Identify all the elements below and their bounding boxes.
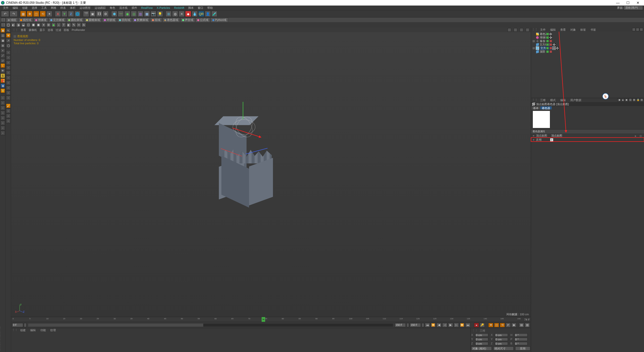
key-pla-button[interactable]: ◉ — [511, 323, 516, 327]
vp-menu-prorender[interactable]: ProRender — [72, 28, 85, 31]
vp-menu-view[interactable]: 查看 — [21, 28, 26, 32]
prev-frame-button[interactable]: ◀ — [436, 323, 441, 327]
vp-nav-icon-3[interactable] — [520, 28, 523, 32]
move-tool-button[interactable]: ✥ — [6, 33, 11, 38]
tag-g-icon[interactable] — [546, 50, 549, 53]
field-capsule[interactable]: 胶囊体域 — [132, 18, 150, 22]
sec-btn-9[interactable]: ⚙ — [46, 23, 51, 27]
axis-y-button[interactable]: Y — [61, 11, 67, 17]
vbtn-a[interactable]: ▫ — [1, 96, 5, 100]
axis-mode-button[interactable]: L — [1, 63, 5, 68]
coord-tab-3d[interactable]: 三维 — [480, 329, 485, 332]
om-filter-icon[interactable] — [636, 28, 639, 31]
cursor-tool-button[interactable]: ↗ — [6, 38, 11, 43]
menu-edit[interactable]: 编辑 — [11, 6, 20, 10]
add-camera-button[interactable]: 📷 — [150, 11, 156, 17]
palette-handle-icon[interactable]: ⋮⋮ — [1, 18, 6, 22]
pos-z-input[interactable]: 0 cm — [475, 342, 488, 345]
coord-mode-dropdown[interactable]: 对象 (相对) — [471, 346, 492, 350]
play-back-button[interactable]: ◁ — [442, 323, 447, 327]
goto-end-button[interactable]: ⏭ — [465, 323, 470, 327]
menu-plugins[interactable]: 插件 — [130, 6, 139, 10]
tl-k[interactable]: ▫ — [6, 109, 11, 113]
vp-handle-icon[interactable]: ⋮⋮ — [13, 28, 18, 32]
om-tab-bookmark[interactable]: 书签 — [588, 28, 598, 31]
vbtn-f[interactable]: ▫ — [1, 121, 5, 125]
vp-menu-filter[interactable]: 过滤 — [56, 28, 61, 32]
timeline-ruler[interactable]: 0510152025303540455055606570758085909510… — [11, 317, 531, 322]
tag-chk-icon[interactable] — [549, 33, 552, 35]
field-cube[interactable]: 立方体域 — [49, 18, 66, 22]
sec-btn-10[interactable]: ◉ — [51, 23, 56, 27]
workplane2-button[interactable]: ▦ — [1, 83, 5, 88]
menu-pipeline[interactable]: 流水线 — [117, 6, 130, 10]
expand-icon[interactable]: ⊟ — [533, 39, 535, 43]
frame-start-input[interactable] — [12, 323, 23, 327]
tl-d[interactable]: ▫ — [6, 65, 11, 70]
record-button[interactable]: ● — [474, 323, 479, 327]
snap-s-button[interactable]: S — [1, 73, 5, 78]
sec-btn-14[interactable]: ✎ — [71, 23, 76, 27]
tag-sel-icon[interactable] — [553, 47, 555, 50]
menu-mesh[interactable]: 网格 — [49, 6, 58, 10]
menu-select[interactable]: 选择 — [30, 6, 39, 10]
vp-menu-display[interactable]: 显示 — [39, 28, 45, 32]
playbar-opt2-button[interactable]: ▥ — [525, 323, 530, 327]
sec-btn-1[interactable]: ◯ — [6, 23, 11, 27]
tag-chk-icon[interactable] — [549, 36, 552, 39]
param-dot-icon[interactable] — [533, 135, 535, 137]
coord-size-dropdown[interactable]: 绝对尺寸 — [493, 346, 514, 350]
coord-apply-button[interactable]: 应用 — [515, 346, 530, 350]
expand-icon[interactable]: ⊟ — [533, 47, 535, 50]
am-subtab-basic[interactable]: 基本 — [532, 106, 540, 109]
am-nav-b-button[interactable]: ⊞ — [632, 98, 636, 102]
link-target-icon[interactable]: ◎ — [639, 134, 642, 137]
mat-tab-create[interactable]: 创建 — [18, 328, 28, 332]
tl-i[interactable]: ▫ — [6, 91, 11, 95]
frame-end-input[interactable] — [410, 323, 421, 327]
vbtn-d[interactable]: ▫ — [1, 111, 5, 115]
menu-tracker[interactable]: 运动跟踪 — [93, 6, 108, 10]
field-torus[interactable]: 环状域 — [102, 18, 117, 22]
field-formula[interactable]: 公式域 — [195, 18, 210, 22]
sec-btn-4[interactable]: ◒ — [21, 23, 26, 27]
sec-btn-15[interactable]: ✂ — [76, 23, 81, 27]
tag-r-icon[interactable] — [549, 40, 552, 42]
menu-mograph[interactable]: 运动图形 — [77, 6, 93, 10]
tl-m[interactable]: ▫ — [6, 119, 11, 123]
vp-nav-icon-2[interactable] — [514, 28, 517, 32]
vp-nav-icon-4[interactable] — [526, 28, 529, 32]
menu-redshift[interactable]: Redshift — [172, 6, 186, 9]
render-region-button[interactable]: ▣ — [90, 11, 96, 17]
add-deformer-button[interactable]: ▥ — [137, 11, 143, 17]
viewport-3d[interactable]: 透视视图 Number of emitters: 0 Total live pa… — [11, 32, 531, 317]
tag-chk-icon[interactable] — [556, 47, 559, 50]
spinner-icon[interactable] — [407, 323, 409, 327]
tag-g-icon[interactable] — [546, 36, 549, 39]
vp-menu-panel[interactable]: 面板 — [64, 28, 69, 32]
field-random[interactable]: 组域 — [150, 18, 162, 22]
attr-invert-checkbox[interactable]: ✓ — [550, 138, 553, 141]
field-radial[interactable]: 径向域 — [117, 18, 132, 22]
playbar-opt1-button[interactable]: ▤ — [519, 323, 524, 327]
point-mode-button[interactable]: • — [1, 48, 5, 53]
vp-menu-options[interactable]: 选项 — [48, 28, 53, 32]
tl-g[interactable]: ▫ — [6, 80, 11, 85]
sec-btn-fx[interactable]: fx — [82, 23, 86, 27]
om-tab-tags[interactable]: 标签 — [578, 28, 588, 31]
xp-button[interactable]: ✕ — [179, 11, 185, 17]
key-scale-button[interactable]: ◫ — [494, 323, 499, 327]
size-y-input[interactable]: 0 cm — [495, 338, 508, 341]
render-pv-button[interactable]: 🎞 — [96, 11, 102, 17]
field-cone[interactable]: 圆锥体域 — [84, 18, 102, 22]
am-nav-d-button[interactable]: ⊟ — [640, 98, 643, 102]
layout-dropdown[interactable]: 启动 (用户) — [624, 6, 643, 10]
minimize-button[interactable]: — — [613, 1, 623, 5]
object-row[interactable]: ⊟备份 — [533, 39, 642, 43]
sec-btn-13[interactable]: ◧ — [66, 23, 71, 27]
frame-range-input[interactable] — [395, 323, 406, 327]
spinner-icon[interactable] — [24, 323, 26, 327]
range-track[interactable] — [28, 324, 393, 327]
vp-nav-icon-1[interactable] — [508, 28, 511, 32]
mat-tab-tex[interactable]: 纹理 — [48, 328, 58, 332]
